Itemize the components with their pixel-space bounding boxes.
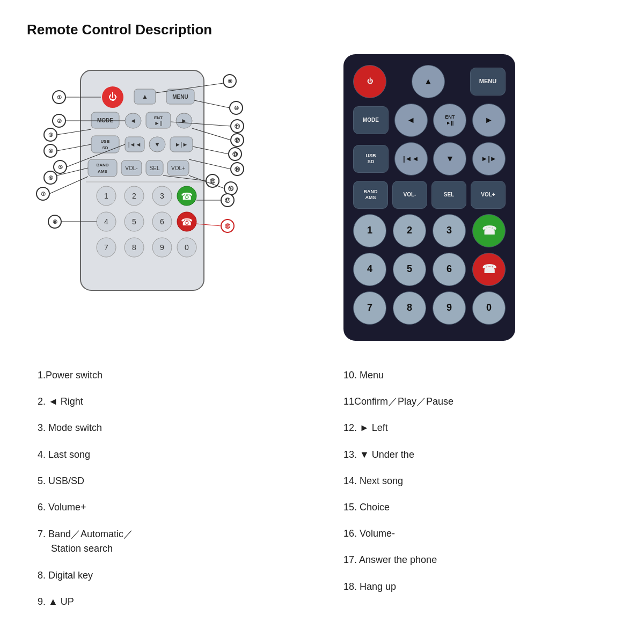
svg-text:⑫: ⑫ [235, 137, 240, 143]
remote-row-7: 7 8 9 0 [353, 291, 506, 325]
svg-text:9: 9 [160, 243, 164, 252]
svg-text:VOL+: VOL+ [171, 165, 185, 171]
band-button[interactable]: BANDAMS [353, 181, 388, 209]
svg-text:▼: ▼ [154, 141, 160, 148]
svg-text:①: ① [57, 94, 62, 100]
svg-text:⏻: ⏻ [108, 92, 117, 101]
desc-item-5: 5. USB/SD [38, 468, 301, 494]
svg-text:⑤: ⑤ [58, 164, 63, 170]
svg-text:⑨: ⑨ [228, 78, 232, 84]
next-button[interactable]: ►|► [472, 142, 506, 175]
desc-num-6: 6. [38, 502, 46, 513]
svg-text:ENT: ENT [154, 115, 163, 120]
desc-item-6: 6. Volume+ [38, 494, 301, 521]
svg-text:3: 3 [160, 192, 164, 200]
svg-text:SD: SD [102, 145, 108, 150]
diagram-area: ⏻ ▲ MENU MODE ◄ ENT ►|| ► USB SD [27, 54, 306, 341]
svg-text:2: 2 [132, 192, 136, 200]
remote-row-4: BANDAMS VOL- SEL VOL+ [353, 181, 506, 209]
remote-row-6: 4 5 6 ☎ [353, 253, 506, 286]
left-button[interactable]: ◄ [394, 104, 428, 137]
num-9-button[interactable]: 9 [433, 291, 466, 325]
vol-minus-button[interactable]: VOL- [392, 181, 427, 209]
desc-item-18: 18. Hang up [343, 574, 606, 600]
svg-text:|◄◄: |◄◄ [128, 141, 142, 148]
num-5-button[interactable]: 5 [393, 253, 426, 286]
desc-num-12: 12. ► [343, 422, 369, 433]
description-section: 1.Power switch 2. ◄ Right 3. Mode switch… [27, 362, 617, 616]
svg-text:►: ► [181, 117, 187, 125]
svg-text:SEL: SEL [150, 165, 160, 171]
power-button[interactable]: ⏻ [353, 65, 386, 98]
prev-button[interactable]: |◄◄ [394, 142, 428, 175]
vol-plus-button[interactable]: VOL+ [471, 181, 506, 209]
desc-item-15: 15. Choice [343, 494, 606, 521]
svg-text:⑬: ⑬ [232, 151, 238, 157]
ent-play-button[interactable]: ENT►|| [433, 104, 466, 137]
mode-button[interactable]: MODE [353, 106, 389, 134]
desc-item-8: 8. Digital key [38, 562, 301, 589]
num-3-button[interactable]: 3 [433, 214, 466, 247]
desc-col-right: 10. Menu 11Confirm／Play／Pause 12. ► Left… [343, 362, 606, 616]
desc-item-17: 17. Answer the phone [343, 547, 606, 573]
svg-text:③: ③ [48, 132, 53, 138]
desc-item-10: 10. Menu [343, 362, 606, 389]
desc-item-12: 12. ► Left [343, 415, 606, 441]
desc-num-16: 16. [343, 528, 357, 539]
svg-text:5: 5 [132, 217, 136, 226]
desc-num-4: 4. [38, 449, 46, 460]
svg-text:VOL-: VOL- [125, 165, 137, 171]
remote-row-5: 1 2 3 ☎ [353, 214, 506, 247]
desc-num-11: 11 [343, 396, 354, 407]
desc-item-2: 2. ◄ Right [38, 389, 301, 415]
num-0-button[interactable]: 0 [472, 291, 506, 325]
desc-num-13: 13. ▼ [343, 449, 369, 460]
down-button[interactable]: ▼ [433, 142, 466, 175]
num-2-button[interactable]: 2 [393, 214, 426, 247]
svg-text:⑧: ⑧ [53, 219, 57, 225]
svg-text:USB: USB [101, 139, 110, 144]
sel-button[interactable]: SEL [431, 181, 466, 209]
num-6-button[interactable]: 6 [433, 253, 466, 286]
num-7-button[interactable]: 7 [353, 291, 386, 325]
svg-text:4: 4 [104, 217, 108, 226]
hangup-button[interactable]: ☎ [472, 253, 506, 286]
right-button[interactable]: ► [472, 104, 506, 137]
svg-text:⑱: ⑱ [225, 223, 231, 229]
desc-item-14: 14. Next song [343, 468, 606, 494]
svg-text:▲: ▲ [142, 93, 148, 100]
answer-button[interactable]: ☎ [472, 214, 506, 247]
desc-item-9: 9. ▲ UP [38, 589, 301, 615]
svg-text:BAND: BAND [96, 163, 108, 167]
remote-row-1: ⏻ ▲ MENU [353, 65, 506, 98]
svg-text:④: ④ [48, 148, 53, 154]
svg-text:►||: ►|| [154, 120, 162, 126]
svg-text:⑯: ⑯ [228, 186, 234, 192]
svg-text:►|►: ►|► [175, 141, 188, 148]
svg-text:8: 8 [132, 243, 136, 252]
svg-text:⑰: ⑰ [225, 197, 231, 203]
desc-num-10: 10. [343, 370, 357, 380]
svg-rect-25 [88, 159, 117, 177]
svg-text:☎: ☎ [181, 191, 193, 202]
desc-num-14: 14. [343, 475, 357, 486]
up-button[interactable]: ▲ [412, 65, 445, 98]
svg-text:6: 6 [160, 217, 164, 226]
desc-num-18: 18. [343, 581, 357, 592]
desc-num-8: 8. [38, 570, 46, 581]
svg-text:⑩: ⑩ [234, 105, 239, 111]
num-1-button[interactable]: 1 [353, 214, 386, 247]
menu-button[interactable]: MENU [470, 68, 506, 96]
desc-num-2: 2. ◄ [38, 396, 58, 407]
real-remote-image: ⏻ ▲ MENU MODE ◄ ENT►|| ► USBSD |◄◄ ▼ ►|► [327, 54, 531, 341]
num-8-button[interactable]: 8 [393, 291, 426, 325]
remote-row-2: MODE ◄ ENT►|| ► [353, 104, 506, 137]
page-title: Remote Control Description [27, 21, 617, 38]
desc-item-13: 13. ▼ Under the [343, 442, 606, 468]
svg-rect-16 [91, 136, 119, 153]
svg-text:◄: ◄ [130, 117, 136, 125]
num-4-button[interactable]: 4 [353, 253, 386, 286]
svg-text:AMS: AMS [98, 169, 107, 174]
usbsd-button[interactable]: USBSD [353, 145, 389, 173]
desc-item-11: 11Confirm／Play／Pause [343, 389, 606, 415]
